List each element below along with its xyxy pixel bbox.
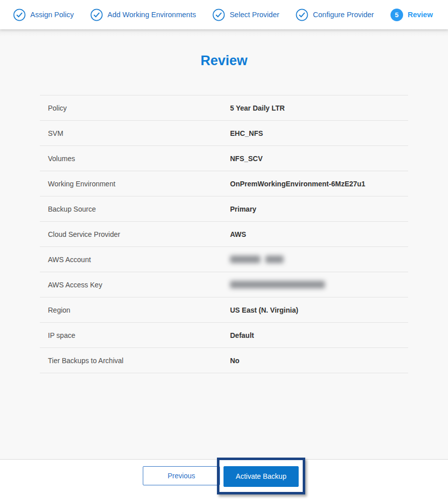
review-row-value: EHC_NFS	[230, 129, 408, 137]
step-number-badge: 5	[390, 9, 403, 21]
review-row-label: Cloud Service Provider	[40, 230, 230, 238]
backup-wizard-page: Assign Policy Add Working Environments S	[0, 0, 448, 499]
review-row: Volumes NFS_SCV	[40, 146, 408, 171]
review-row-label: Backup Source	[40, 205, 230, 213]
review-row-label: Region	[40, 306, 230, 314]
review-row-value-redacted	[230, 281, 408, 288]
review-row-value: 5 Year Daily LTR	[230, 104, 408, 112]
footer-bar: Previous Activate Backup	[0, 460, 448, 499]
review-row-value: NFS_SCV	[230, 155, 408, 163]
review-row: Cloud Service Provider AWS	[40, 222, 408, 247]
step-completed-check-icon	[296, 9, 308, 21]
step-label: Add Working Environments	[107, 11, 196, 19]
review-row-value: AWS	[230, 230, 408, 238]
review-row: IP space Default	[40, 323, 408, 348]
wizard-step-add-working-environments[interactable]: Add Working Environments	[90, 9, 196, 21]
review-row-label: Working Environment	[40, 180, 230, 188]
wizard-step-assign-policy[interactable]: Assign Policy	[13, 9, 74, 21]
review-row-value: Default	[230, 331, 408, 339]
review-row: Working Environment OnPremWorkingEnviron…	[40, 171, 408, 196]
review-row-value: OnPremWorkingEnvironment-6MzE27u1	[230, 180, 408, 188]
wizard-step-review[interactable]: 5 Review	[390, 9, 433, 21]
review-row: AWS Account	[40, 247, 408, 272]
page-title: Review	[0, 53, 448, 69]
review-row-label: AWS Account	[40, 256, 230, 264]
review-row-label: IP space	[40, 331, 230, 339]
step-label: Assign Policy	[30, 11, 74, 19]
activate-backup-button[interactable]: Activate Backup	[223, 466, 299, 487]
redacted-value-blur	[230, 256, 260, 263]
wizard-stepper: Assign Policy Add Working Environments S	[0, 0, 448, 29]
review-row-value-redacted	[230, 256, 408, 263]
redacted-value-blur	[230, 281, 325, 288]
redacted-value-blur	[265, 256, 284, 263]
review-summary-table: Policy 5 Year Daily LTR SVM EHC_NFS Volu…	[40, 95, 408, 373]
review-row-label: Tier Backups to Archival	[40, 357, 230, 365]
step-completed-check-icon	[13, 9, 26, 21]
previous-button[interactable]: Previous	[143, 466, 220, 485]
review-row: Policy 5 Year Daily LTR	[40, 95, 408, 121]
review-row: SVM EHC_NFS	[40, 121, 408, 146]
step-label: Review	[408, 11, 433, 19]
step-completed-check-icon	[212, 9, 225, 21]
step-completed-check-icon	[90, 9, 103, 21]
review-content: Review Policy 5 Year Daily LTR SVM EHC_N…	[0, 29, 448, 460]
review-row: AWS Access Key	[40, 272, 408, 297]
review-row-label: AWS Access Key	[40, 281, 230, 289]
review-row-value: US East (N. Virginia)	[230, 306, 408, 314]
step-label: Select Provider	[230, 11, 279, 19]
review-row-label: Policy	[40, 104, 230, 112]
step-label: Configure Provider	[313, 11, 374, 19]
wizard-step-configure-provider[interactable]: Configure Provider	[296, 9, 374, 21]
review-row: Backup Source Primary	[40, 196, 408, 222]
review-row: Tier Backups to Archival No	[40, 348, 408, 373]
wizard-step-select-provider[interactable]: Select Provider	[212, 9, 279, 21]
review-row-value: Primary	[230, 205, 408, 213]
review-row: Region US East (N. Virginia)	[40, 297, 408, 323]
review-row-label: SVM	[40, 129, 230, 137]
annotation-highlight-box: Activate Backup	[217, 458, 305, 494]
review-row-label: Volumes	[40, 155, 230, 163]
review-row-value: No	[230, 357, 408, 365]
